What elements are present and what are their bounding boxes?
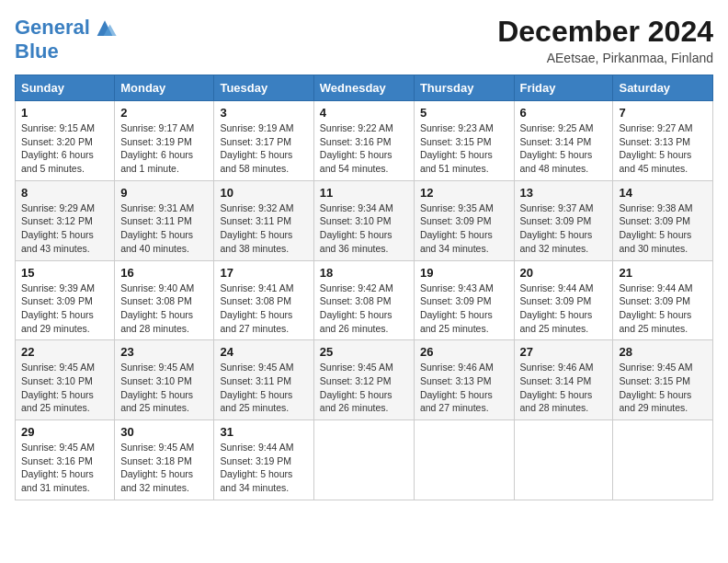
logo-blue: Blue	[15, 40, 118, 63]
day-cell: 26Sunrise: 9:46 AMSunset: 3:13 PMDayligh…	[414, 340, 514, 420]
day-info: Sunrise: 9:42 AMSunset: 3:08 PMDaylight:…	[320, 282, 408, 336]
day-number: 13	[520, 186, 608, 200]
day-cell: 23Sunrise: 9:45 AMSunset: 3:10 PMDayligh…	[115, 340, 214, 420]
day-number: 3	[220, 106, 307, 120]
day-info: Sunrise: 9:44 AMSunset: 3:09 PMDaylight:…	[619, 282, 707, 336]
day-info: Sunrise: 9:38 AMSunset: 3:09 PMDaylight:…	[619, 201, 707, 256]
day-cell: 12Sunrise: 9:35 AMSunset: 3:09 PMDayligh…	[414, 180, 514, 260]
day-info: Sunrise: 9:45 AMSunset: 3:12 PMDaylight:…	[320, 361, 408, 415]
day-number: 10	[220, 186, 307, 200]
day-cell	[414, 420, 514, 500]
day-cell	[613, 420, 713, 500]
day-cell: 14Sunrise: 9:38 AMSunset: 3:09 PMDayligh…	[613, 180, 713, 260]
day-number: 28	[619, 345, 707, 359]
day-info: Sunrise: 9:17 AMSunset: 3:19 PMDaylight:…	[120, 121, 208, 176]
day-info: Sunrise: 9:39 AMSunset: 3:09 PMDaylight:…	[21, 282, 108, 336]
day-number: 12	[420, 186, 508, 200]
day-cell: 30Sunrise: 9:45 AMSunset: 3:18 PMDayligh…	[115, 420, 214, 500]
day-number: 24	[220, 345, 307, 359]
day-cell: 27Sunrise: 9:46 AMSunset: 3:14 PMDayligh…	[514, 340, 613, 420]
day-number: 23	[120, 345, 208, 359]
day-number: 11	[320, 186, 408, 200]
title-area: December 2024 AEetsae, Pirkanmaa, Finlan…	[497, 15, 713, 65]
day-number: 7	[619, 106, 707, 120]
day-info: Sunrise: 9:32 AMSunset: 3:11 PMDaylight:…	[220, 201, 307, 256]
day-number: 1	[21, 106, 108, 120]
day-info: Sunrise: 9:29 AMSunset: 3:12 PMDaylight:…	[21, 201, 108, 256]
day-info: Sunrise: 9:23 AMSunset: 3:15 PMDaylight:…	[420, 121, 508, 176]
day-number: 9	[120, 186, 208, 200]
day-info: Sunrise: 9:31 AMSunset: 3:11 PMDaylight:…	[120, 201, 208, 256]
day-cell: 5Sunrise: 9:23 AMSunset: 3:15 PMDaylight…	[414, 101, 514, 181]
day-info: Sunrise: 9:45 AMSunset: 3:11 PMDaylight:…	[220, 361, 307, 415]
header-cell-friday: Friday	[514, 75, 613, 101]
day-info: Sunrise: 9:25 AMSunset: 3:14 PMDaylight:…	[520, 121, 608, 176]
day-number: 6	[520, 106, 608, 120]
day-info: Sunrise: 9:45 AMSunset: 3:10 PMDaylight:…	[120, 361, 208, 415]
week-row-5: 29Sunrise: 9:45 AMSunset: 3:16 PMDayligh…	[16, 420, 713, 500]
day-info: Sunrise: 9:43 AMSunset: 3:09 PMDaylight:…	[420, 282, 508, 336]
day-number: 16	[120, 266, 208, 280]
day-cell: 19Sunrise: 9:43 AMSunset: 3:09 PMDayligh…	[414, 260, 514, 340]
day-number: 20	[520, 266, 608, 280]
day-cell: 7Sunrise: 9:27 AMSunset: 3:13 PMDaylight…	[613, 101, 713, 181]
day-cell: 10Sunrise: 9:32 AMSunset: 3:11 PMDayligh…	[214, 180, 313, 260]
day-number: 19	[420, 266, 508, 280]
day-cell: 13Sunrise: 9:37 AMSunset: 3:09 PMDayligh…	[514, 180, 613, 260]
day-cell: 16Sunrise: 9:40 AMSunset: 3:08 PMDayligh…	[115, 260, 214, 340]
calendar-table: SundayMondayTuesdayWednesdayThursdayFrid…	[15, 75, 713, 500]
header-row: SundayMondayTuesdayWednesdayThursdayFrid…	[16, 75, 713, 101]
day-number: 31	[220, 425, 307, 439]
header-cell-thursday: Thursday	[414, 75, 514, 101]
day-cell: 24Sunrise: 9:45 AMSunset: 3:11 PMDayligh…	[214, 340, 313, 420]
header-cell-saturday: Saturday	[613, 75, 713, 101]
logo-text: General	[15, 17, 90, 39]
day-info: Sunrise: 9:37 AMSunset: 3:09 PMDaylight:…	[520, 201, 608, 256]
day-cell: 17Sunrise: 9:41 AMSunset: 3:08 PMDayligh…	[214, 260, 313, 340]
day-info: Sunrise: 9:46 AMSunset: 3:13 PMDaylight:…	[420, 361, 508, 415]
day-info: Sunrise: 9:22 AMSunset: 3:16 PMDaylight:…	[320, 121, 408, 176]
day-info: Sunrise: 9:46 AMSunset: 3:14 PMDaylight:…	[520, 361, 608, 415]
day-number: 25	[320, 345, 408, 359]
header-cell-tuesday: Tuesday	[214, 75, 313, 101]
day-number: 15	[21, 266, 108, 280]
header-cell-sunday: Sunday	[16, 75, 115, 101]
day-cell	[313, 420, 414, 500]
day-cell: 1Sunrise: 9:15 AMSunset: 3:20 PMDaylight…	[16, 101, 115, 181]
day-number: 4	[320, 106, 408, 120]
day-cell: 29Sunrise: 9:45 AMSunset: 3:16 PMDayligh…	[16, 420, 115, 500]
logo: General Blue	[15, 15, 118, 63]
day-cell: 20Sunrise: 9:44 AMSunset: 3:09 PMDayligh…	[514, 260, 613, 340]
day-cell	[514, 420, 613, 500]
day-info: Sunrise: 9:45 AMSunset: 3:10 PMDaylight:…	[21, 361, 108, 415]
day-number: 22	[21, 345, 108, 359]
day-number: 26	[420, 345, 508, 359]
day-number: 2	[120, 106, 208, 120]
day-info: Sunrise: 9:45 AMSunset: 3:18 PMDaylight:…	[120, 441, 208, 495]
day-info: Sunrise: 9:15 AMSunset: 3:20 PMDaylight:…	[21, 121, 108, 176]
day-cell: 22Sunrise: 9:45 AMSunset: 3:10 PMDayligh…	[16, 340, 115, 420]
week-row-3: 15Sunrise: 9:39 AMSunset: 3:09 PMDayligh…	[16, 260, 713, 340]
day-info: Sunrise: 9:44 AMSunset: 3:19 PMDaylight:…	[220, 441, 307, 495]
header-cell-monday: Monday	[115, 75, 214, 101]
location-title: AEetsae, Pirkanmaa, Finland	[497, 51, 713, 65]
day-number: 18	[320, 266, 408, 280]
day-info: Sunrise: 9:45 AMSunset: 3:16 PMDaylight:…	[21, 441, 108, 495]
day-info: Sunrise: 9:44 AMSunset: 3:09 PMDaylight:…	[520, 282, 608, 336]
day-info: Sunrise: 9:40 AMSunset: 3:08 PMDaylight:…	[120, 282, 208, 336]
day-cell: 11Sunrise: 9:34 AMSunset: 3:10 PMDayligh…	[313, 180, 414, 260]
week-row-4: 22Sunrise: 9:45 AMSunset: 3:10 PMDayligh…	[16, 340, 713, 420]
day-cell: 3Sunrise: 9:19 AMSunset: 3:17 PMDaylight…	[214, 101, 313, 181]
day-cell: 6Sunrise: 9:25 AMSunset: 3:14 PMDaylight…	[514, 101, 613, 181]
day-cell: 31Sunrise: 9:44 AMSunset: 3:19 PMDayligh…	[214, 420, 313, 500]
day-number: 29	[21, 425, 108, 439]
header-cell-wednesday: Wednesday	[313, 75, 414, 101]
day-number: 30	[120, 425, 208, 439]
logo-icon	[92, 15, 118, 40]
day-cell: 25Sunrise: 9:45 AMSunset: 3:12 PMDayligh…	[313, 340, 414, 420]
day-number: 8	[21, 186, 108, 200]
header: General Blue December 2024 AEetsae, Pirk…	[15, 15, 713, 65]
day-info: Sunrise: 9:27 AMSunset: 3:13 PMDaylight:…	[619, 121, 707, 176]
day-cell: 8Sunrise: 9:29 AMSunset: 3:12 PMDaylight…	[16, 180, 115, 260]
day-cell: 18Sunrise: 9:42 AMSunset: 3:08 PMDayligh…	[313, 260, 414, 340]
